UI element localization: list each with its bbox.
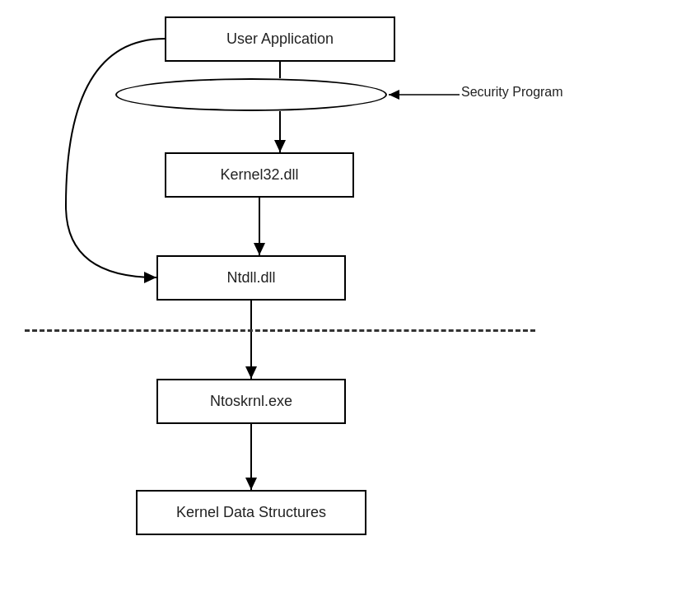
security-hook-ellipse <box>115 78 387 111</box>
svg-marker-6 <box>245 366 257 379</box>
svg-marker-11 <box>389 90 399 100</box>
kernel-data-label: Kernel Data Structures <box>176 504 326 521</box>
user-application-box: User Application <box>165 16 395 62</box>
kernel-boundary-line <box>25 329 535 332</box>
ntdll-box: Ntdll.dll <box>156 255 346 301</box>
kernel32-box: Kernel32.dll <box>165 152 354 198</box>
ntdll-label: Ntdll.dll <box>226 269 275 287</box>
ntoskrnl-label: Ntoskrnl.exe <box>210 393 292 410</box>
kernel32-label: Kernel32.dll <box>220 166 298 184</box>
svg-marker-8 <box>245 478 257 490</box>
svg-marker-4 <box>254 243 265 255</box>
ntoskrnl-box: Ntoskrnl.exe <box>156 379 346 424</box>
svg-marker-9 <box>144 272 156 283</box>
user-application-label: User Application <box>226 30 334 48</box>
diagram-container: User Application Security Program Kernel… <box>0 0 700 592</box>
svg-marker-2 <box>274 140 286 152</box>
kernel-data-box: Kernel Data Structures <box>136 490 366 535</box>
security-program-label: Security Program <box>461 85 563 100</box>
